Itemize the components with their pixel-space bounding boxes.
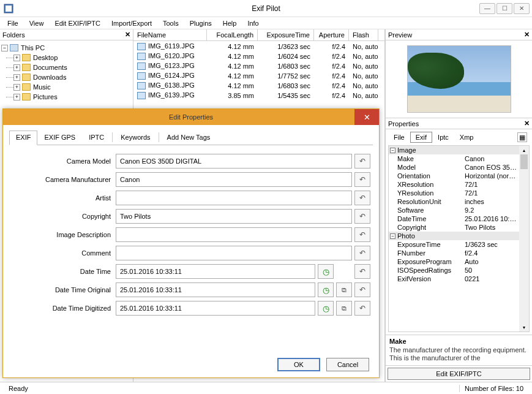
undo-button[interactable] [354,282,370,297]
tree-item[interactable]: Pictures [33,93,58,100]
undo-button[interactable] [354,154,370,169]
prop-row[interactable]: ExposureProgramAuto [389,257,519,266]
col-flash[interactable]: Flash [349,29,378,40]
undo-button[interactable] [354,264,370,279]
menu-tools[interactable]: Tools [158,18,184,28]
copy-button[interactable] [336,282,352,297]
prop-row[interactable]: FNumberf/2.4 [389,249,519,257]
expander-icon[interactable]: − [1,45,8,51]
clock-button[interactable] [318,301,334,316]
input-date-orig[interactable] [116,282,315,297]
scrollbar[interactable]: ▴ ▾ [519,146,529,331]
input-date-time[interactable] [116,264,315,279]
tree-item[interactable]: Music [33,83,51,91]
prop-row[interactable]: YResolution72/1 [389,189,519,197]
folders-close-icon[interactable]: ✕ [125,31,130,39]
dtab-exif[interactable]: EXIF [9,131,37,145]
filelist-row[interactable]: IMG_6124.JPG4.12 mm1/7752 secf/2.4No, au… [133,70,384,80]
menu-info[interactable]: Info [242,18,263,28]
prop-row[interactable]: CopyrightTwo Pilots [389,223,519,232]
menu-file[interactable]: File [2,18,23,28]
prop-row[interactable]: OrientationHorizontal (normal) [389,172,519,180]
clock-button[interactable] [318,264,334,279]
col-exposuretime[interactable]: ExposureTime [258,29,314,40]
filelist-row[interactable]: IMG_6138.JPG4.12 mm1/6803 secf/2.4No, au… [133,80,384,90]
prop-row[interactable]: ExposureTime1/3623 sec [389,240,519,249]
menu-edit-exif[interactable]: Edit EXIF/IPTC [50,18,105,28]
detail-name: Make [389,338,528,345]
input-copyright[interactable] [116,209,352,224]
dialog-close-button[interactable]: ✕ [354,109,379,125]
input-camera-model[interactable] [116,154,352,169]
ptab-xmp[interactable]: Xmp [454,132,479,143]
expander-icon[interactable]: + [13,74,20,81]
filelist-row[interactable]: IMG_6139.JPG3.85 mm1/5435 secf/2.4No, au… [133,90,384,100]
prop-row[interactable]: MakeCanon [389,154,519,163]
dtab-add-new[interactable]: Add New Tags [160,131,217,145]
tree-item[interactable]: Desktop [33,54,58,61]
prop-row[interactable]: ISOSpeedRatings50 [389,266,519,275]
undo-button[interactable] [354,191,370,205]
prop-section[interactable]: −Image [389,146,519,154]
col-focallength[interactable]: FocalLength [207,29,258,40]
ptab-file[interactable]: File [388,132,410,143]
preview-close-icon[interactable]: ✕ [524,31,530,39]
prop-row[interactable]: ModelCanon EOS 350... [389,163,519,172]
col-filename[interactable]: FileName [133,29,207,40]
ok-button[interactable]: OK [277,358,320,371]
filelist-row[interactable]: IMG_6119.JPG4.12 mm1/3623 secf/2.4No, au… [133,41,384,51]
ptab-exif[interactable]: Exif [410,132,432,143]
expander-icon[interactable]: + [13,55,20,61]
ptab-iptc[interactable]: Iptc [432,132,454,143]
input-artist[interactable] [116,191,352,205]
properties-options-icon[interactable]: ▦ [517,132,527,142]
dtab-keywords[interactable]: Keywords [114,131,157,145]
input-date-digi[interactable] [116,301,315,316]
close-button[interactable]: ✕ [514,3,530,14]
input-camera-mfr[interactable] [116,172,352,187]
input-img-desc[interactable] [116,227,352,242]
filelist-row[interactable]: IMG_6120.JPG4.12 mm1/6024 secf/2.4No, au… [133,51,384,61]
prop-row[interactable]: Software9.2 [389,206,519,214]
dialog-titlebar[interactable]: Edit Properties ✕ [3,109,379,125]
expander-icon[interactable]: − [390,148,395,153]
tree-item[interactable]: Documents [33,64,67,71]
menu-import-export[interactable]: Import/Export [107,18,157,28]
undo-button[interactable] [354,227,370,242]
edit-exif-iptc-button[interactable]: Edit EXIF/IPTC [388,368,530,380]
properties-close-icon[interactable]: ✕ [524,119,530,127]
prop-row[interactable]: DateTime25.01.2016 10:3... [389,214,519,223]
scroll-up-icon[interactable]: ▴ [519,146,529,154]
prop-row[interactable]: ExifVersion0221 [389,275,519,283]
undo-button[interactable] [354,246,370,260]
col-aperture[interactable]: Aperture [314,29,349,40]
undo-button[interactable] [354,209,370,224]
cancel-button[interactable]: Cancel [326,358,369,371]
expander-icon[interactable]: + [13,84,20,91]
filelist-header: FileName FocalLength ExposureTime Apertu… [133,29,384,41]
tree-item[interactable]: Downloads [33,74,66,81]
property-grid[interactable]: −ImageMakeCanonModelCanon EOS 350...Orie… [388,145,530,332]
undo-button[interactable] [354,172,370,187]
tree-root[interactable]: This PC [21,44,45,51]
minimize-button[interactable]: — [479,3,495,14]
menu-plugins[interactable]: Plugins [185,18,217,28]
maximize-button[interactable]: ☐ [496,3,512,14]
undo-button[interactable] [354,301,370,316]
copy-button[interactable] [336,301,352,316]
dtab-exif-gps[interactable]: EXIF GPS [37,131,82,145]
dtab-iptc[interactable]: IPTC [82,131,111,145]
scroll-down-icon[interactable]: ▾ [519,323,529,331]
filelist-row[interactable]: IMG_6123.JPG4.12 mm1/6803 secf/2.4No, au… [133,61,384,70]
expander-icon[interactable]: − [390,233,395,239]
menu-view[interactable]: View [24,18,49,28]
input-comment[interactable] [116,246,352,260]
prop-section[interactable]: −Photo [389,232,519,240]
expander-icon[interactable]: + [13,94,20,100]
menu-help[interactable]: Help [218,18,242,28]
expander-icon[interactable]: + [13,64,20,71]
prop-row[interactable]: ResolutionUnitinches [389,197,519,206]
scroll-thumb[interactable] [520,154,528,169]
prop-row[interactable]: XResolution72/1 [389,180,519,189]
clock-button[interactable] [318,282,334,297]
